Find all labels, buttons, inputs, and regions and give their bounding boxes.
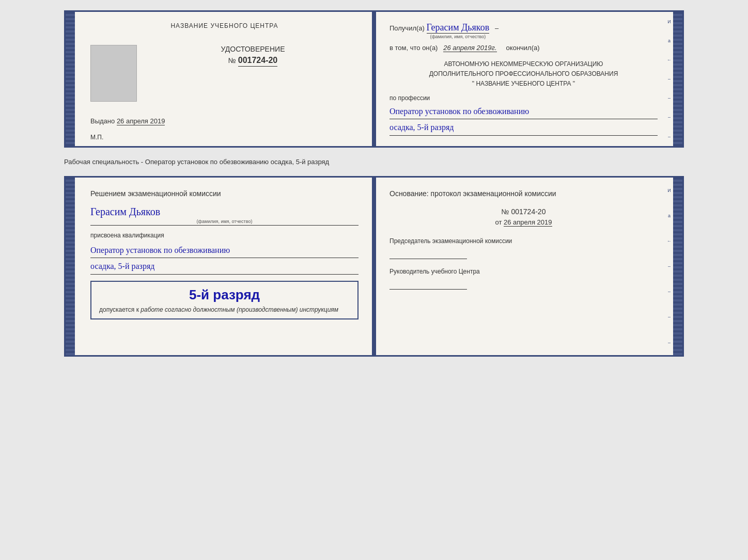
date-suffix: окончил(а) bbox=[506, 44, 540, 52]
qualification-value: Оператор установок по обезвоживанию bbox=[90, 243, 359, 259]
org-line2: ДОПОЛНИТЕЛЬНОГО ПРОФЕССИОНАЛЬНОГО ОБРАЗО… bbox=[389, 69, 658, 79]
side-decoration-bottom: И а ← – – – – bbox=[665, 178, 673, 355]
spine-left bbox=[66, 12, 75, 146]
separator-label: Рабочая специальность - Оператор установ… bbox=[64, 154, 684, 170]
profession-sub: осадка, 5-й разряд bbox=[389, 120, 658, 136]
director-block: Руководитель учебного Центра bbox=[389, 267, 658, 290]
side-decoration-top: И а ← – – – – bbox=[665, 12, 673, 146]
recipient-name: Герасим Дьяков (фамилия, имя, отчество) bbox=[427, 22, 490, 34]
cert-label: УДОСТОВЕРЕНИЕ bbox=[147, 45, 359, 53]
org-line3: " НАЗВАНИЕ УЧЕБНОГО ЦЕНТРА " bbox=[389, 79, 658, 89]
top-certificate-book: НАЗВАНИЕ УЧЕБНОГО ЦЕНТРА УДОСТОВЕРЕНИЕ №… bbox=[64, 10, 684, 148]
cert-number: 001724-20 bbox=[238, 56, 278, 67]
top-cert-left-page: НАЗВАНИЕ УЧЕБНОГО ЦЕНТРА УДОСТОВЕРЕНИЕ №… bbox=[75, 12, 374, 146]
chairman-signature-line bbox=[389, 250, 467, 259]
stamp-box: 5-й разряд допускается к работе согласно… bbox=[90, 281, 359, 319]
mp-label: М.П. bbox=[90, 134, 103, 141]
photo-placeholder bbox=[90, 45, 137, 102]
stamp-permission-italic: работе согласно должностным (производств… bbox=[141, 306, 338, 313]
spine-left-bottom bbox=[66, 178, 75, 355]
commission-name-subtitle: (фамилия, имя, отчество) bbox=[197, 219, 253, 224]
issued-label: Выдано bbox=[90, 117, 115, 125]
basis-date-value: 26 апреля 2019 bbox=[504, 218, 552, 227]
cert-number-block: УДОСТОВЕРЕНИЕ № 001724-20 bbox=[147, 45, 359, 67]
spine-right bbox=[673, 12, 682, 146]
bottom-certificate-book: Решением экзаменационной комиссии Гераси… bbox=[64, 176, 684, 357]
qualification-sub: осадка, 5-й разряд bbox=[90, 259, 359, 275]
chairman-title: Председатель экзаменационной комиссии bbox=[389, 236, 658, 246]
chairman-block: Председатель экзаменационной комиссии bbox=[389, 236, 658, 259]
top-cert-right-page: Получил(а) Герасим Дьяков (фамилия, имя,… bbox=[374, 12, 673, 146]
document-container: НАЗВАНИЕ УЧЕБНОГО ЦЕНТРА УДОСТОВЕРЕНИЕ №… bbox=[64, 10, 684, 357]
dash: – bbox=[495, 24, 498, 32]
cert-photo-area: УДОСТОВЕРЕНИЕ № 001724-20 bbox=[90, 45, 359, 102]
cert-issued-block: Выдано 26 апреля 2019 bbox=[90, 117, 359, 125]
date-prefix: в том, что он(а) bbox=[389, 44, 438, 52]
profession-value: Оператор установок по обезвоживанию bbox=[389, 104, 658, 120]
bottom-cert-right-page: Основание: протокол экзаменационной коми… bbox=[374, 178, 673, 355]
commission-title: Решением экзаменационной комиссии bbox=[90, 188, 359, 199]
stamp-rank: 5-й разряд bbox=[99, 287, 350, 303]
recipient-line: Получил(а) Герасим Дьяков (фамилия, имя,… bbox=[389, 22, 658, 34]
name-subtitle: (фамилия, имя, отчество) bbox=[430, 34, 486, 39]
issued-date: 26 апреля 2019 bbox=[117, 117, 165, 125]
basis-date: от 26 апреля 2019 bbox=[389, 218, 658, 226]
bottom-cert-left-page: Решением экзаменационной комиссии Гераси… bbox=[75, 178, 374, 355]
date-value: 26 апреля 2019г. bbox=[443, 44, 496, 52]
profession-label: по профессии bbox=[389, 94, 658, 102]
basis-number: № 001724-20 bbox=[389, 207, 658, 216]
cert-number-prefix: № bbox=[228, 56, 236, 65]
cert-training-center-title: НАЗВАНИЕ УЧЕБНОГО ЦЕНТРА bbox=[90, 22, 359, 29]
director-signature-line bbox=[389, 280, 467, 290]
spine-right-bottom bbox=[673, 178, 682, 355]
org-block: АВТОНОМНУЮ НЕКОММЕРЧЕСКУЮ ОРГАНИЗАЦИЮ ДО… bbox=[389, 59, 658, 89]
recipient-prefix: Получил(а) bbox=[389, 24, 425, 32]
stamp-permission: допускается к работе согласно должностны… bbox=[99, 306, 350, 313]
commission-name: Герасим Дьяков (фамилия, имя, отчество) bbox=[90, 206, 359, 226]
qualification-label: присвоена квалификация bbox=[90, 232, 359, 239]
date-line: в том, что он(а) 26 апреля 2019г. окончи… bbox=[389, 44, 658, 52]
basis-date-prefix: от bbox=[495, 218, 502, 226]
org-line1: АВТОНОМНУЮ НЕКОММЕРЧЕСКУЮ ОРГАНИЗАЦИЮ bbox=[389, 59, 658, 69]
director-title: Руководитель учебного Центра bbox=[389, 267, 658, 276]
basis-title: Основание: протокол экзаменационной коми… bbox=[389, 188, 658, 199]
